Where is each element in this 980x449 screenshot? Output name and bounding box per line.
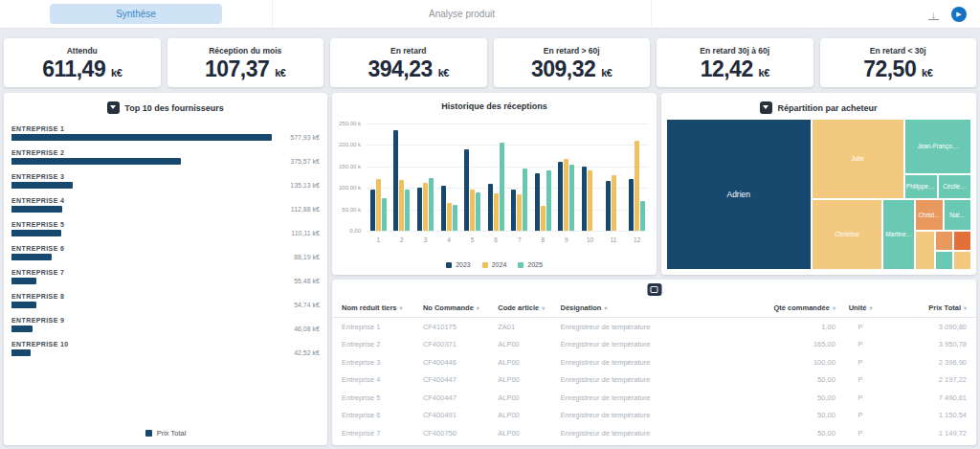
supplier-bar[interactable] bbox=[11, 302, 36, 308]
hist-bar[interactable] bbox=[582, 167, 587, 231]
hist-bar[interactable] bbox=[511, 190, 516, 231]
hist-bar[interactable] bbox=[399, 180, 404, 231]
hist-bar[interactable] bbox=[635, 141, 639, 231]
supplier-bar-track bbox=[11, 158, 272, 165]
supplier-bar[interactable] bbox=[11, 158, 181, 165]
sort-icon[interactable]: ▾ bbox=[477, 304, 479, 311]
download-icon[interactable]: ↓ bbox=[927, 8, 940, 20]
treemap-node[interactable]: Jean-Franço… bbox=[904, 119, 971, 174]
treemap-node[interactable] bbox=[915, 231, 935, 270]
table-cell: 3 950,78 bbox=[885, 340, 967, 348]
tab-analyse-produit[interactable]: Analyse produit bbox=[273, 0, 652, 28]
hist-bar[interactable] bbox=[564, 159, 568, 231]
treemap-label: Philippe … bbox=[905, 182, 937, 191]
supplier-label: ENTREPRISE 4 bbox=[11, 197, 320, 204]
sort-icon[interactable]: ▾ bbox=[604, 304, 607, 311]
hist-bar[interactable] bbox=[500, 143, 504, 231]
treemap-node[interactable]: Cécile… bbox=[938, 174, 971, 199]
hist-bar[interactable] bbox=[370, 190, 375, 231]
treemap-label: Nat… bbox=[948, 211, 967, 219]
hist-bar[interactable] bbox=[629, 179, 634, 231]
table-row[interactable]: Entreprise 5CF400447ALP00Enregistreur de… bbox=[342, 389, 967, 407]
sort-icon[interactable]: ▾ bbox=[400, 304, 403, 311]
table-row[interactable]: Entreprise 7CF400750ALP00Enregistreur de… bbox=[342, 424, 967, 442]
table-cell: 50,00 bbox=[747, 393, 835, 402]
sort-icon[interactable]: ▾ bbox=[964, 304, 967, 311]
supplier-bar[interactable] bbox=[11, 326, 33, 332]
supplier-bar[interactable] bbox=[11, 254, 52, 260]
hist-bar[interactable] bbox=[523, 168, 527, 231]
treemap-node[interactable] bbox=[953, 231, 971, 251]
column-header[interactable]: Qté commandée▾ bbox=[747, 303, 835, 312]
supplier-bar[interactable] bbox=[11, 134, 272, 141]
hist-bar[interactable] bbox=[606, 181, 611, 231]
table-row[interactable]: Entreprise 1CF410175ZA01Enregistreur de … bbox=[342, 318, 967, 336]
hist-bar[interactable] bbox=[569, 165, 574, 231]
supplier-bar[interactable] bbox=[11, 182, 73, 189]
kpi-card: Réception du mois107,37 k€ bbox=[167, 38, 324, 87]
treemap-label: Adrien bbox=[725, 189, 751, 200]
column-header[interactable]: Désignation▾ bbox=[561, 303, 748, 312]
hist-bar[interactable] bbox=[488, 184, 493, 231]
treemap-node[interactable]: Adrien bbox=[666, 119, 812, 270]
table-row[interactable]: Entreprise 4CF400447ALP00Enregistreur de… bbox=[342, 371, 967, 390]
x-tick-label: 1 bbox=[367, 236, 390, 243]
treemap-node[interactable] bbox=[935, 231, 953, 251]
tab-synthese[interactable]: Synthèse bbox=[50, 4, 222, 24]
supplier-bar[interactable] bbox=[11, 230, 61, 236]
treemap-node[interactable]: Christ… bbox=[915, 199, 944, 231]
hist-bar[interactable] bbox=[423, 183, 428, 231]
sort-icon[interactable]: ▾ bbox=[869, 304, 872, 311]
hist-bar[interactable] bbox=[382, 198, 387, 231]
table-row[interactable]: Entreprise 3CF400446ALP00Enregistreur de… bbox=[342, 353, 967, 371]
hist-bar[interactable] bbox=[417, 188, 422, 231]
column-header[interactable]: Nom réduit tiers▾ bbox=[342, 303, 423, 312]
bar-group bbox=[507, 123, 531, 231]
hist-bar[interactable] bbox=[517, 194, 522, 231]
hist-bar[interactable] bbox=[453, 205, 457, 231]
table-toolbar-button[interactable] bbox=[647, 283, 661, 296]
top10-row: ENTREPRISE 3135,13 k€ bbox=[11, 173, 320, 189]
hist-bar[interactable] bbox=[612, 175, 616, 231]
table-row[interactable]: Entreprise 6CF400491ALP00Enregistreur de… bbox=[342, 407, 967, 425]
supplier-bar[interactable] bbox=[11, 278, 36, 284]
column-header[interactable]: Prix Total▾ bbox=[885, 303, 967, 312]
supplier-bar[interactable] bbox=[11, 349, 31, 356]
treemap-node[interactable] bbox=[935, 251, 953, 270]
hist-bar[interactable] bbox=[447, 203, 452, 231]
hist-bar[interactable] bbox=[376, 179, 381, 231]
table-row[interactable]: Entreprise 2CF400371ALP00Enregistreur de… bbox=[342, 336, 967, 354]
table-cell: 1 149,72 bbox=[885, 429, 967, 438]
x-tick-label: 9 bbox=[555, 236, 579, 243]
column-header[interactable]: Unité▾ bbox=[835, 303, 885, 312]
treemap-node[interactable]: Nat… bbox=[944, 199, 971, 231]
hist-bar[interactable] bbox=[546, 170, 551, 231]
hist-bar[interactable] bbox=[470, 190, 475, 231]
treemap-node[interactable]: Philippe … bbox=[904, 174, 938, 199]
column-header[interactable]: Code article▾ bbox=[498, 303, 560, 312]
assistant-icon[interactable]: ▶ bbox=[951, 7, 967, 22]
hist-bar[interactable] bbox=[405, 190, 410, 231]
hist-bar[interactable] bbox=[393, 130, 398, 231]
hist-bar[interactable] bbox=[429, 178, 434, 231]
supplier-bar[interactable] bbox=[11, 206, 62, 213]
treemap-node[interactable]: Martine… bbox=[882, 199, 914, 270]
hist-bar[interactable] bbox=[588, 170, 592, 231]
sort-icon[interactable]: ▾ bbox=[542, 304, 545, 311]
y-tick-label: 100,00 k bbox=[339, 185, 361, 191]
table-header: Nom réduit tiers▾No Commande▾Code articl… bbox=[332, 299, 976, 318]
hist-bar[interactable] bbox=[558, 162, 563, 231]
hist-bar[interactable] bbox=[541, 206, 546, 231]
hist-bar[interactable] bbox=[441, 186, 446, 231]
hist-bar[interactable] bbox=[535, 173, 540, 231]
hist-bar[interactable] bbox=[476, 192, 480, 231]
treemap-node[interactable] bbox=[953, 251, 971, 270]
hist-bar[interactable] bbox=[640, 201, 645, 231]
table-cell: Entreprise 4 bbox=[342, 375, 423, 384]
treemap-node[interactable]: Julie bbox=[812, 119, 904, 199]
column-header[interactable]: No Commande▾ bbox=[423, 303, 498, 312]
hist-bar[interactable] bbox=[494, 193, 499, 231]
hist-bar[interactable] bbox=[464, 149, 469, 231]
treemap-node[interactable]: Christine bbox=[812, 199, 883, 270]
x-tick-label: 8 bbox=[531, 236, 555, 243]
